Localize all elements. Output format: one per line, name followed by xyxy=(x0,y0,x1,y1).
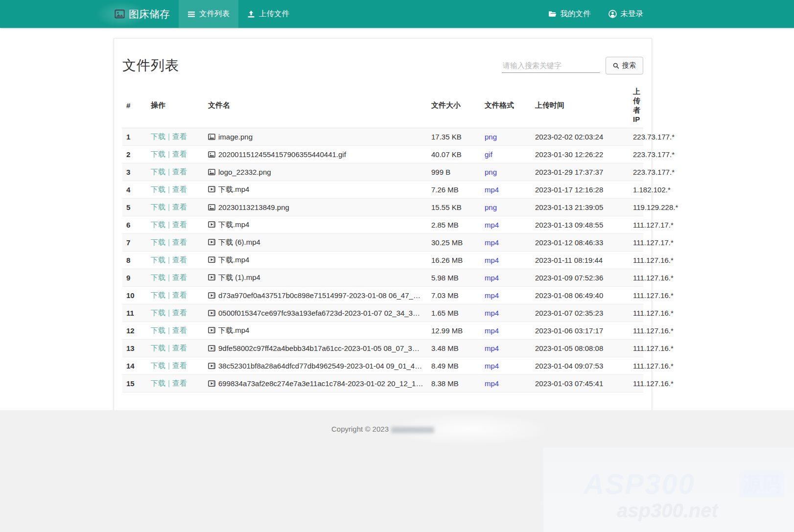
row-upload-time: 2023-02-02 02:03:24 xyxy=(531,128,629,146)
row-size: 7.26 MB xyxy=(427,181,481,199)
row-actions: 下载|查看 xyxy=(147,322,204,340)
nav-item-login-status[interactable]: 未登录 xyxy=(600,0,653,28)
navbar-container: 图床储存 文件列表 上传文件 我的文件 xyxy=(114,0,652,28)
view-link[interactable]: 查看 xyxy=(172,167,187,176)
download-link[interactable]: 下载 xyxy=(151,308,165,317)
download-link[interactable]: 下载 xyxy=(151,361,165,370)
view-link[interactable]: 查看 xyxy=(172,273,187,281)
view-link[interactable]: 查看 xyxy=(172,344,187,352)
row-actions: 下载|查看 xyxy=(147,340,204,357)
row-uploader-ip: 119.129.228.* xyxy=(629,199,643,216)
row-size: 2.85 MB xyxy=(427,216,481,234)
search-input[interactable] xyxy=(502,58,600,73)
download-link[interactable]: 下载 xyxy=(151,344,165,352)
image-file-icon xyxy=(208,168,215,176)
row-upload-time: 2023-01-29 17:37:37 xyxy=(531,163,629,181)
row-filename: 38c52301bf8a28a64dfcd77db4962549-2023-01… xyxy=(204,357,427,375)
row-filename: 20200115124554157906355440441.gif xyxy=(204,146,427,163)
row-format: mp4 xyxy=(481,340,531,357)
brand-link[interactable]: 图床储存 xyxy=(114,0,179,28)
download-link[interactable]: 下载 xyxy=(151,255,165,264)
download-link[interactable]: 下载 xyxy=(151,167,165,176)
view-link[interactable]: 查看 xyxy=(172,326,187,334)
download-link[interactable]: 下载 xyxy=(151,238,165,246)
table-row: 13下载|查看9dfe58002c97ff42a4bebb34b17a61cc-… xyxy=(122,340,643,357)
format-link[interactable]: mp4 xyxy=(485,238,499,247)
row-format: mp4 xyxy=(481,252,531,269)
page: 图床储存 文件列表 上传文件 我的文件 xyxy=(0,0,794,532)
format-link[interactable]: mp4 xyxy=(485,379,499,388)
nav-item-file-list[interactable]: 文件列表 xyxy=(179,0,238,28)
row-index: 6 xyxy=(122,216,147,234)
row-upload-time: 2023-01-04 09:07:53 xyxy=(531,357,629,375)
row-uploader-ip: 111.127.16.* xyxy=(629,375,643,393)
view-link[interactable]: 查看 xyxy=(172,132,187,140)
view-link[interactable]: 查看 xyxy=(172,255,187,264)
format-link[interactable]: mp4 xyxy=(485,256,499,264)
format-link[interactable]: mp4 xyxy=(485,326,499,335)
view-link[interactable]: 查看 xyxy=(172,220,187,229)
row-index: 10 xyxy=(122,287,147,304)
view-link[interactable]: 查看 xyxy=(172,185,187,193)
download-link[interactable]: 下载 xyxy=(151,185,165,193)
row-filename: d73a970ef0a437517b0c898e71514997-2023-01… xyxy=(204,287,427,304)
format-link[interactable]: mp4 xyxy=(485,344,499,352)
download-link[interactable]: 下载 xyxy=(151,203,165,211)
row-upload-time: 2023-01-08 06:49:40 xyxy=(531,287,629,304)
format-link[interactable]: gif xyxy=(485,150,492,159)
brand-label: 图床储存 xyxy=(129,7,170,21)
format-link[interactable]: mp4 xyxy=(485,274,499,282)
format-link[interactable]: png xyxy=(485,168,497,176)
view-link[interactable]: 查看 xyxy=(172,361,187,370)
download-link[interactable]: 下载 xyxy=(151,132,165,140)
view-link[interactable]: 查看 xyxy=(172,238,187,246)
row-filename: image.png xyxy=(204,128,427,146)
row-uploader-ip: 1.182.102.* xyxy=(629,181,643,199)
download-link[interactable]: 下载 xyxy=(151,220,165,229)
view-link[interactable]: 查看 xyxy=(172,379,187,387)
view-link[interactable]: 查看 xyxy=(172,291,187,299)
row-actions: 下载|查看 xyxy=(147,269,204,287)
column-header-time: 上传时间 xyxy=(531,83,629,128)
download-link[interactable]: 下载 xyxy=(151,273,165,281)
format-link[interactable]: mp4 xyxy=(485,291,499,300)
row-index: 12 xyxy=(122,322,147,340)
nav-item-my-files[interactable]: 我的文件 xyxy=(539,0,600,28)
nav-item-upload[interactable]: 上传文件 xyxy=(238,0,298,28)
download-link[interactable]: 下载 xyxy=(151,150,165,158)
format-link[interactable]: png xyxy=(485,133,497,141)
format-link[interactable]: mp4 xyxy=(485,221,499,229)
download-link[interactable]: 下载 xyxy=(151,379,165,387)
view-link[interactable]: 查看 xyxy=(172,150,187,158)
row-upload-time: 2023-01-13 21:39:05 xyxy=(531,199,629,216)
watermark-text: ASP300 xyxy=(584,467,695,500)
row-format: png xyxy=(481,128,531,146)
table-row: 5下载|查看20230113213849.png15.55 KBpng2023-… xyxy=(122,199,643,216)
action-separator: | xyxy=(168,185,170,193)
format-link[interactable]: png xyxy=(485,203,497,211)
view-link[interactable]: 查看 xyxy=(172,203,187,211)
view-link[interactable]: 查看 xyxy=(172,308,187,317)
filename-text: 9dfe58002c97ff42a4bebb34b17a61cc-2023-01… xyxy=(218,344,424,352)
search-button[interactable]: 搜索 xyxy=(606,57,643,74)
action-separator: | xyxy=(168,379,170,387)
row-format: mp4 xyxy=(481,181,531,199)
download-link[interactable]: 下载 xyxy=(151,291,165,299)
row-actions: 下载|查看 xyxy=(147,304,204,322)
row-uploader-ip: 111.127.16.* xyxy=(629,304,643,322)
row-index: 11 xyxy=(122,304,147,322)
action-separator: | xyxy=(168,308,170,317)
row-filename: 699834a73af2e8c274e7a3e11ac1c784-2023-01… xyxy=(204,375,427,393)
format-link[interactable]: mp4 xyxy=(485,185,499,194)
top-navbar: 图床储存 文件列表 上传文件 我的文件 xyxy=(0,0,794,28)
format-link[interactable]: mp4 xyxy=(485,362,499,370)
video-file-icon xyxy=(208,380,215,387)
download-link[interactable]: 下载 xyxy=(151,326,165,334)
format-link[interactable]: mp4 xyxy=(485,309,499,317)
page-title: 文件列表 xyxy=(122,56,179,75)
row-actions: 下载|查看 xyxy=(147,216,204,234)
action-separator: | xyxy=(168,220,170,229)
filename-text: 下载.mp4 xyxy=(218,326,249,334)
row-uploader-ip: 223.73.177.* xyxy=(629,163,643,181)
filename-text: 0500f015347ce697fc93a193efa6723d-2023-01… xyxy=(218,309,425,317)
